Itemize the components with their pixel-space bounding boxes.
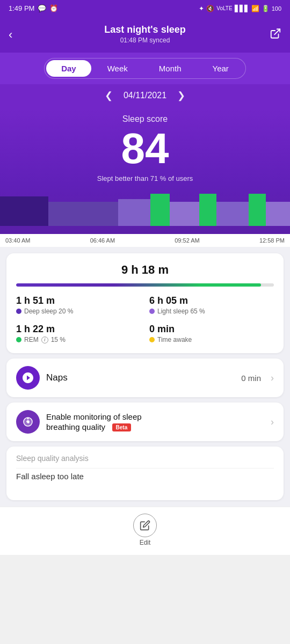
signal-icon: ▋▋▋ (235, 5, 249, 12)
breathing-text: Enable monitoring of sleepbreathing qual… (46, 412, 264, 433)
whatsapp-icon: 💬 (38, 4, 46, 12)
rem-dot (16, 337, 21, 342)
svg-rect-10 (249, 194, 257, 226)
analysis-card: Sleep quality analysis Fall asleep too l… (6, 447, 284, 500)
svg-rect-2 (48, 202, 118, 226)
current-date: 04/11/2021 (124, 91, 166, 100)
svg-rect-8 (208, 194, 216, 226)
next-date-button[interactable]: ❯ (177, 90, 185, 101)
lte-icon: VoLTE (216, 5, 232, 11)
light-dot (149, 309, 155, 314)
stat-awake-label: Time awake (149, 336, 274, 343)
clock-icon: ⏰ (49, 4, 58, 12)
tab-week[interactable]: Week (92, 60, 143, 77)
time-label-2: 06:46 AM (90, 237, 115, 244)
edit-label: Edit (140, 539, 151, 546)
cards-section: 9 h 18 m 1 h 51 m Deep sleep 20 % 6 h 05… (0, 247, 290, 507)
stat-awake-value: 0 min (149, 324, 274, 335)
awake-dot (149, 337, 155, 342)
edit-button[interactable] (133, 514, 157, 537)
sleep-score-subtext: Slept better than 71 % of users (0, 174, 290, 182)
breathing-chevron-icon: › (271, 416, 274, 428)
time-label-3: 09:52 AM (175, 237, 199, 244)
page-title: Last night's sleep (9, 24, 281, 35)
naps-chevron-icon: › (271, 372, 274, 384)
mute-icon: 🔇 (206, 5, 214, 12)
status-time: 1:49 PM (9, 4, 34, 12)
tab-container: Day Week Month Year (44, 58, 246, 79)
sync-status: 01:48 PM synced (9, 36, 281, 44)
beta-badge: Beta (112, 423, 132, 431)
tab-day[interactable]: Day (46, 60, 91, 77)
breathing-icon (16, 410, 40, 434)
status-right: ✦ 🔇 VoLTE ▋▋▋ 📶 🔋 100 (199, 5, 281, 12)
svg-rect-4 (150, 194, 160, 226)
svg-line-0 (274, 29, 280, 34)
svg-rect-12 (266, 202, 290, 226)
battery-icon: 🔋 (262, 5, 270, 12)
svg-point-14 (27, 418, 29, 420)
svg-rect-5 (160, 194, 170, 226)
timeline-labels: 03:40 AM 06:46 AM 09:52 AM 12:58 PM (0, 234, 290, 247)
sleep-chart (0, 191, 290, 234)
duration-card: 9 h 18 m 1 h 51 m Deep sleep 20 % 6 h 05… (6, 253, 284, 353)
analysis-title: Sleep quality analysis (16, 454, 274, 463)
time-label-1: 03:40 AM (5, 237, 30, 244)
time-label-4: 12:58 PM (259, 237, 285, 244)
stat-rem-value: 1 h 22 m (16, 324, 141, 335)
duration-total: 9 h 18 m (16, 263, 274, 277)
stat-rem: 1 h 22 m REM i 15 % (16, 324, 141, 343)
header: ‹ Last night's sleep 01:48 PM synced (0, 17, 290, 53)
stat-light-label: Light sleep 65 % (149, 308, 274, 315)
bottom-bar: Edit (0, 507, 290, 555)
stat-awake: 0 min Time awake (149, 324, 274, 343)
stat-rem-label: REM i 15 % (16, 336, 141, 343)
share-button[interactable] (270, 27, 281, 42)
naps-value: 0 min (241, 374, 261, 383)
duration-bar (16, 283, 274, 287)
prev-date-button[interactable]: ❮ (105, 90, 113, 101)
sleep-score-label: Sleep score (0, 114, 290, 124)
battery-percent: 100 (272, 5, 281, 12)
svg-rect-3 (118, 199, 150, 226)
svg-rect-1 (0, 196, 48, 226)
date-nav: ❮ 04/11/2021 ❯ (0, 84, 290, 109)
breathing-card[interactable]: Enable monitoring of sleepbreathing qual… (6, 402, 284, 441)
naps-label: Naps (46, 372, 235, 383)
svg-rect-7 (199, 194, 208, 226)
sleep-chart-svg (0, 191, 290, 229)
sleep-score-section: Sleep score 84 Slept better than 71 % of… (0, 109, 290, 234)
wifi-icon: 📶 (251, 5, 259, 12)
bluetooth-icon: ✦ (199, 5, 204, 12)
sleep-stats-grid: 1 h 51 m Deep sleep 20 % 6 h 05 m Light … (16, 295, 274, 343)
stat-deep: 1 h 51 m Deep sleep 20 % (16, 295, 141, 315)
info-icon: i (41, 336, 48, 343)
svg-rect-11 (257, 194, 266, 226)
status-left: 1:49 PM 💬 ⏰ (9, 4, 58, 12)
stat-deep-label: Deep sleep 20 % (16, 308, 141, 315)
tab-year[interactable]: Year (198, 60, 244, 77)
tab-bar: Day Week Month Year (0, 53, 290, 84)
tab-month[interactable]: Month (144, 60, 197, 77)
deep-dot (16, 309, 21, 314)
stat-light: 6 h 05 m Light sleep 65 % (149, 295, 274, 315)
naps-card[interactable]: Naps 0 min › (6, 358, 284, 397)
sleep-score-number: 84 (0, 127, 290, 170)
svg-rect-9 (216, 202, 249, 226)
analysis-item-1: Fall asleep too late (16, 468, 274, 484)
stat-deep-value: 1 h 51 m (16, 295, 141, 306)
svg-rect-6 (170, 202, 199, 226)
stat-light-value: 6 h 05 m (149, 295, 274, 306)
status-bar: 1:49 PM 💬 ⏰ ✦ 🔇 VoLTE ▋▋▋ 📶 🔋 100 (0, 0, 290, 17)
duration-bar-fill (16, 283, 261, 287)
naps-icon (16, 366, 40, 390)
